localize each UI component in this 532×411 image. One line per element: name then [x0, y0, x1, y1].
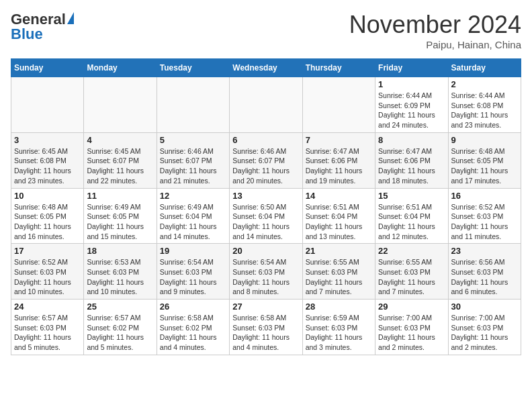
calendar-cell: 26Sunrise: 6:58 AM Sunset: 6:02 PM Dayli… [157, 300, 229, 355]
day-info: Sunrise: 6:53 AM Sunset: 6:03 PM Dayligh… [87, 257, 153, 297]
calendar-header-wednesday: Wednesday [230, 59, 302, 77]
day-number: 15 [378, 191, 445, 201]
day-number: 11 [87, 191, 153, 201]
calendar-cell [302, 77, 375, 133]
day-number: 23 [451, 246, 518, 256]
calendar-header-friday: Friday [375, 59, 448, 77]
day-number: 14 [306, 191, 372, 201]
calendar-cell [84, 77, 157, 133]
day-info: Sunrise: 6:54 AM Sunset: 6:03 PM Dayligh… [160, 257, 226, 297]
day-info: Sunrise: 6:50 AM Sunset: 6:04 PM Dayligh… [232, 202, 299, 242]
calendar-cell: 29Sunrise: 7:00 AM Sunset: 6:03 PM Dayli… [375, 300, 448, 355]
calendar-cell: 1Sunrise: 6:44 AM Sunset: 6:09 PM Daylig… [375, 77, 448, 133]
calendar-cell: 20Sunrise: 6:54 AM Sunset: 6:03 PM Dayli… [230, 244, 302, 300]
calendar-cell: 16Sunrise: 6:52 AM Sunset: 6:03 PM Dayli… [448, 188, 521, 244]
calendar-cell: 15Sunrise: 6:51 AM Sunset: 6:04 PM Dayli… [375, 188, 448, 244]
logo-blue-text: Blue [11, 26, 43, 43]
day-number: 25 [87, 302, 153, 312]
day-info: Sunrise: 7:00 AM Sunset: 6:03 PM Dayligh… [451, 313, 518, 353]
day-info: Sunrise: 6:57 AM Sunset: 6:02 PM Dayligh… [87, 313, 153, 353]
calendar-cell: 25Sunrise: 6:57 AM Sunset: 6:02 PM Dayli… [84, 300, 157, 355]
calendar-cell: 4Sunrise: 6:45 AM Sunset: 6:07 PM Daylig… [84, 132, 157, 188]
page-header: General Blue November 2024 Paipu, Hainan… [11, 11, 521, 50]
day-info: Sunrise: 6:49 AM Sunset: 6:04 PM Dayligh… [160, 202, 226, 242]
day-info: Sunrise: 6:46 AM Sunset: 6:07 PM Dayligh… [232, 146, 299, 186]
day-number: 4 [87, 135, 153, 145]
day-info: Sunrise: 6:52 AM Sunset: 6:03 PM Dayligh… [451, 202, 518, 242]
day-info: Sunrise: 6:51 AM Sunset: 6:04 PM Dayligh… [378, 202, 445, 242]
day-number: 17 [14, 246, 81, 256]
calendar-cell: 8Sunrise: 6:47 AM Sunset: 6:06 PM Daylig… [375, 132, 448, 188]
logo-triangle-icon [67, 12, 74, 24]
day-info: Sunrise: 6:45 AM Sunset: 6:08 PM Dayligh… [14, 146, 81, 186]
calendar-header-row: SundayMondayTuesdayWednesdayThursdayFrid… [11, 59, 521, 77]
calendar-cell: 19Sunrise: 6:54 AM Sunset: 6:03 PM Dayli… [157, 244, 229, 300]
calendar-cell: 6Sunrise: 6:46 AM Sunset: 6:07 PM Daylig… [230, 132, 302, 188]
calendar-cell: 27Sunrise: 6:58 AM Sunset: 6:03 PM Dayli… [230, 300, 302, 355]
calendar-body: 1Sunrise: 6:44 AM Sunset: 6:09 PM Daylig… [11, 77, 521, 355]
day-number: 20 [232, 246, 299, 256]
calendar-week-row: 17Sunrise: 6:52 AM Sunset: 6:03 PM Dayli… [11, 244, 521, 300]
day-number: 22 [378, 246, 445, 256]
day-info: Sunrise: 6:57 AM Sunset: 6:03 PM Dayligh… [14, 313, 81, 353]
day-number: 10 [14, 191, 81, 201]
month-title: November 2024 [349, 11, 521, 39]
calendar-cell: 17Sunrise: 6:52 AM Sunset: 6:03 PM Dayli… [11, 244, 84, 300]
day-number: 12 [160, 191, 226, 201]
day-info: Sunrise: 6:56 AM Sunset: 6:03 PM Dayligh… [451, 257, 518, 297]
day-info: Sunrise: 6:48 AM Sunset: 6:05 PM Dayligh… [14, 202, 81, 242]
calendar-cell: 5Sunrise: 6:46 AM Sunset: 6:07 PM Daylig… [157, 132, 229, 188]
calendar-cell: 9Sunrise: 6:48 AM Sunset: 6:05 PM Daylig… [448, 132, 521, 188]
day-info: Sunrise: 6:48 AM Sunset: 6:05 PM Dayligh… [451, 146, 518, 186]
day-number: 18 [87, 246, 153, 256]
calendar-cell [157, 77, 229, 133]
day-info: Sunrise: 6:54 AM Sunset: 6:03 PM Dayligh… [232, 257, 299, 297]
calendar-cell: 22Sunrise: 6:55 AM Sunset: 6:03 PM Dayli… [375, 244, 448, 300]
calendar-header-thursday: Thursday [302, 59, 375, 77]
calendar-cell: 7Sunrise: 6:47 AM Sunset: 6:06 PM Daylig… [302, 132, 375, 188]
calendar-header-sunday: Sunday [11, 59, 84, 77]
calendar-cell: 3Sunrise: 6:45 AM Sunset: 6:08 PM Daylig… [11, 132, 84, 188]
day-info: Sunrise: 6:52 AM Sunset: 6:03 PM Dayligh… [14, 257, 81, 297]
calendar-week-row: 3Sunrise: 6:45 AM Sunset: 6:08 PM Daylig… [11, 132, 521, 188]
calendar-cell [11, 77, 84, 133]
day-info: Sunrise: 6:47 AM Sunset: 6:06 PM Dayligh… [378, 146, 445, 186]
calendar-cell: 12Sunrise: 6:49 AM Sunset: 6:04 PM Dayli… [157, 188, 229, 244]
day-info: Sunrise: 6:44 AM Sunset: 6:08 PM Dayligh… [451, 91, 518, 130]
day-number: 24 [14, 302, 81, 312]
day-number: 6 [232, 135, 299, 145]
calendar-cell: 28Sunrise: 6:59 AM Sunset: 6:03 PM Dayli… [302, 300, 375, 355]
calendar-header-tuesday: Tuesday [157, 59, 229, 77]
day-number: 19 [160, 246, 226, 256]
calendar-cell: 10Sunrise: 6:48 AM Sunset: 6:05 PM Dayli… [11, 188, 84, 244]
calendar-cell: 18Sunrise: 6:53 AM Sunset: 6:03 PM Dayli… [84, 244, 157, 300]
day-info: Sunrise: 6:47 AM Sunset: 6:06 PM Dayligh… [306, 146, 372, 186]
day-number: 2 [451, 79, 518, 89]
calendar-week-row: 24Sunrise: 6:57 AM Sunset: 6:03 PM Dayli… [11, 300, 521, 355]
day-number: 30 [451, 302, 518, 312]
day-number: 8 [378, 135, 445, 145]
calendar-header-saturday: Saturday [448, 59, 521, 77]
day-info: Sunrise: 6:45 AM Sunset: 6:07 PM Dayligh… [87, 146, 153, 186]
calendar-cell: 11Sunrise: 6:49 AM Sunset: 6:05 PM Dayli… [84, 188, 157, 244]
calendar-week-row: 10Sunrise: 6:48 AM Sunset: 6:05 PM Dayli… [11, 188, 521, 244]
calendar-cell: 13Sunrise: 6:50 AM Sunset: 6:04 PM Dayli… [230, 188, 302, 244]
calendar-table: SundayMondayTuesdayWednesdayThursdayFrid… [11, 58, 521, 355]
day-info: Sunrise: 7:00 AM Sunset: 6:03 PM Dayligh… [378, 313, 445, 353]
calendar-week-row: 1Sunrise: 6:44 AM Sunset: 6:09 PM Daylig… [11, 77, 521, 133]
day-number: 7 [306, 135, 372, 145]
calendar-cell: 30Sunrise: 7:00 AM Sunset: 6:03 PM Dayli… [448, 300, 521, 355]
day-number: 27 [232, 302, 299, 312]
day-info: Sunrise: 6:58 AM Sunset: 6:03 PM Dayligh… [232, 313, 299, 353]
calendar-cell: 24Sunrise: 6:57 AM Sunset: 6:03 PM Dayli… [11, 300, 84, 355]
day-number: 13 [232, 191, 299, 201]
day-info: Sunrise: 6:59 AM Sunset: 6:03 PM Dayligh… [306, 313, 372, 353]
day-info: Sunrise: 6:58 AM Sunset: 6:02 PM Dayligh… [160, 313, 226, 353]
day-number: 3 [14, 135, 81, 145]
day-number: 29 [378, 302, 445, 312]
day-number: 21 [306, 246, 372, 256]
calendar-cell: 14Sunrise: 6:51 AM Sunset: 6:04 PM Dayli… [302, 188, 375, 244]
logo: General Blue [11, 11, 74, 43]
calendar-header-monday: Monday [84, 59, 157, 77]
day-number: 26 [160, 302, 226, 312]
